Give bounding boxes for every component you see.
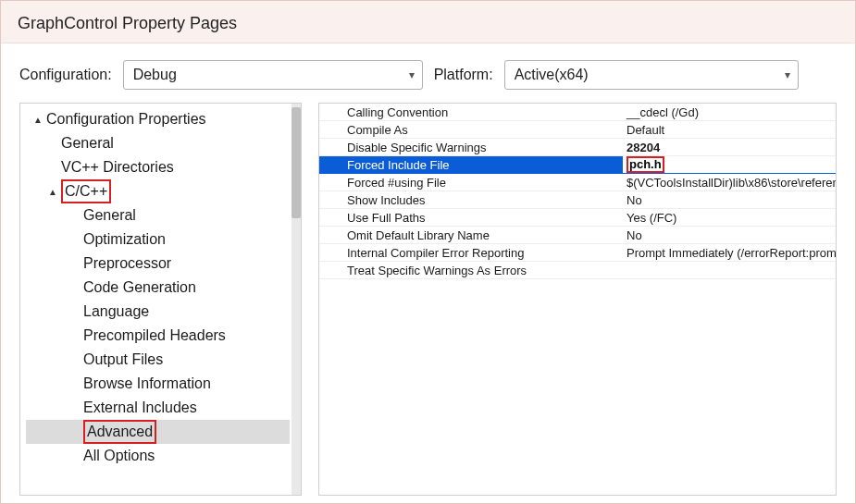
window-title: GraphControl Property Pages	[1, 1, 855, 43]
tree-item-label: Language	[83, 303, 149, 320]
property-name: Calling Convention	[319, 105, 623, 119]
tree-item-ccpp-optimization[interactable]: Optimization	[26, 227, 290, 252]
body-area: ▲ Configuration Properties General VC++ …	[1, 103, 855, 496]
configuration-label: Configuration:	[19, 67, 112, 83]
property-value[interactable]: No	[623, 228, 836, 242]
tree-item-general[interactable]: General	[26, 131, 290, 155]
property-name: Omit Default Library Name	[319, 228, 623, 242]
platform-label: Platform:	[434, 67, 493, 83]
tree-item-label: C/C++	[61, 179, 111, 203]
property-row[interactable]: Forced #using File $(VCToolsInstallDir)l…	[319, 174, 836, 191]
property-value[interactable]: Prompt Immediately (/errorReport:prompt)	[623, 246, 836, 260]
tree-item-ccpp-browseinfo[interactable]: Browse Information	[26, 372, 290, 396]
property-row[interactable]: Treat Specific Warnings As Errors	[319, 262, 836, 279]
property-value[interactable]: 28204	[623, 141, 836, 154]
tree-item-ccpp-outputfiles[interactable]: Output Files	[26, 348, 290, 372]
tree-item-ccpp-preprocessor[interactable]: Preprocessor	[26, 252, 290, 276]
tree-item-label: VC++ Directories	[61, 159, 174, 176]
tree-item-label: General	[83, 207, 136, 224]
property-name: Show Includes	[319, 193, 623, 207]
config-row: Configuration: Debug ▾ Platform: Active(…	[1, 43, 855, 103]
property-value[interactable]: pch.h	[623, 156, 836, 173]
property-row[interactable]: Disable Specific Warnings 28204	[319, 139, 836, 156]
chevron-down-icon: ▾	[785, 68, 790, 81]
property-value[interactable]: __cdecl (/Gd)	[623, 105, 836, 119]
tree-item-label: All Options	[83, 448, 155, 464]
property-grid: Calling Convention __cdecl (/Gd) Compile…	[318, 103, 837, 496]
tree-item-ccpp-language[interactable]: Language	[26, 300, 290, 324]
property-value[interactable]: No	[623, 193, 836, 207]
property-value-text: pch.h	[626, 156, 664, 173]
property-name: Forced #using File	[319, 176, 623, 190]
chevron-down-icon: ▾	[409, 68, 415, 81]
tree-item-label: Optimization	[83, 231, 166, 248]
tree-item-ccpp-advanced[interactable]: Advanced	[26, 420, 290, 444]
tree-item-label: Browse Information	[83, 375, 211, 392]
property-row[interactable]: Internal Compiler Error Reporting Prompt…	[319, 244, 836, 262]
tree-item-ccpp[interactable]: ▲ C/C++	[26, 179, 290, 203]
tree-item-label: General	[61, 135, 114, 152]
collapse-icon[interactable]: ▲	[31, 115, 44, 125]
platform-combo[interactable]: Active(x64) ▾	[504, 60, 799, 90]
tree-item-label: Precompiled Headers	[83, 327, 226, 344]
tree-root[interactable]: ▲ Configuration Properties	[26, 107, 290, 131]
property-value[interactable]: Default	[623, 123, 836, 137]
property-row[interactable]: Calling Convention __cdecl (/Gd)	[319, 104, 836, 121]
property-name: Compile As	[319, 123, 623, 137]
tree-item-ccpp-alloptions[interactable]: All Options	[26, 444, 290, 468]
tree-scrollbar[interactable]	[292, 104, 301, 495]
tree-item-label: Advanced	[83, 420, 156, 444]
tree-item-ccpp-codegen[interactable]: Code Generation	[26, 276, 290, 300]
tree-item-ccpp-precompiled[interactable]: Precompiled Headers	[26, 324, 290, 348]
scrollbar-thumb[interactable]	[292, 107, 301, 218]
collapse-icon[interactable]: ▲	[46, 187, 59, 197]
tree-item-label: Code Generation	[83, 279, 196, 296]
property-name: Disable Specific Warnings	[319, 141, 623, 154]
tree-scroll[interactable]: ▲ Configuration Properties General VC++ …	[20, 104, 292, 495]
property-name: Internal Compiler Error Reporting	[319, 246, 623, 260]
property-row[interactable]: Show Includes No	[319, 191, 836, 209]
configuration-value: Debug	[133, 67, 177, 83]
property-row[interactable]: Use Full Paths Yes (/FC)	[319, 209, 836, 227]
property-name: Forced Include File	[319, 158, 623, 172]
tree-item-ccpp-general[interactable]: General	[26, 203, 290, 227]
property-row[interactable]: Omit Default Library Name No	[319, 227, 836, 244]
tree-item-label: Output Files	[83, 351, 163, 368]
tree-panel: ▲ Configuration Properties General VC++ …	[19, 103, 302, 496]
tree-item-ccpp-extincludes[interactable]: External Includes	[26, 396, 290, 420]
property-name: Treat Specific Warnings As Errors	[319, 264, 623, 277]
property-value[interactable]: $(VCToolsInstallDir)lib\x86\store\refere…	[623, 176, 836, 190]
tree-root-label: Configuration Properties	[46, 111, 206, 128]
property-name: Use Full Paths	[319, 211, 623, 225]
platform-value: Active(x64)	[515, 67, 589, 83]
tree-item-vcdirs[interactable]: VC++ Directories	[26, 155, 290, 179]
property-row[interactable]: Compile As Default	[319, 121, 836, 139]
tree-item-label: External Includes	[83, 400, 197, 416]
property-value[interactable]: Yes (/FC)	[623, 211, 836, 225]
property-row-selected[interactable]: Forced Include File pch.h	[319, 156, 836, 174]
tree-item-label: Preprocessor	[83, 255, 171, 272]
configuration-combo[interactable]: Debug ▾	[123, 60, 423, 90]
